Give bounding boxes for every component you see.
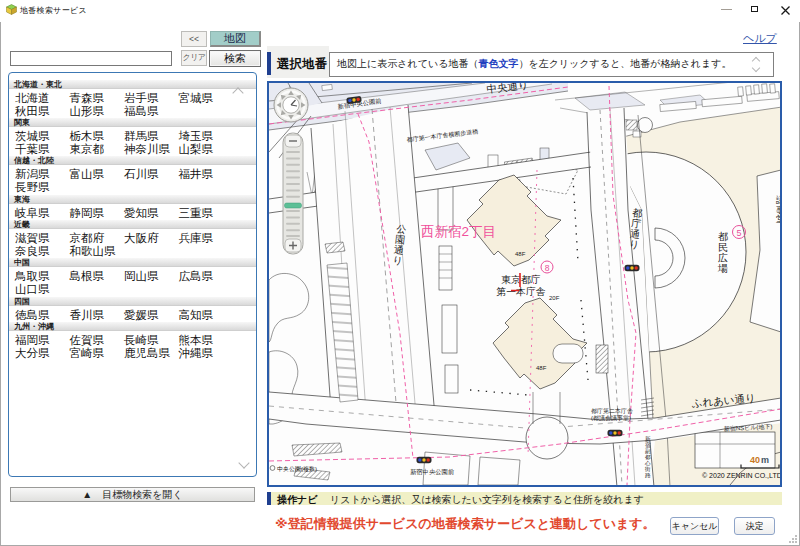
- region-header: 四国: [9, 297, 256, 306]
- park-note-label: 中央公園(複数): [277, 466, 317, 473]
- prefecture-item[interactable]: 富山県: [70, 168, 125, 181]
- region-header: 信越・北陸: [9, 156, 256, 165]
- prefecture-item[interactable]: 石川県: [124, 168, 179, 181]
- prefecture-item[interactable]: 鳥取県: [15, 270, 70, 283]
- help-link[interactable]: ヘルプ: [743, 31, 777, 46]
- prefecture-item[interactable]: 沖縄県: [179, 347, 234, 360]
- title-bar[interactable]: 地番検索サービス: [0, 0, 800, 22]
- search-button[interactable]: 検索: [209, 50, 261, 67]
- place-label-tomin-plaza: 都民広場: [717, 231, 728, 274]
- prefecture-item[interactable]: 愛媛県: [124, 309, 179, 322]
- prefecture-item[interactable]: 福岡県: [15, 334, 70, 347]
- prefecture-item[interactable]: 三重県: [179, 207, 234, 220]
- prefecture-row: 大分県宮崎県鹿児島県沖縄県: [9, 347, 256, 360]
- map-pan-control[interactable]: [274, 88, 308, 122]
- prefecture-item[interactable]: 滋賀県: [15, 232, 70, 245]
- map-zoom-slider[interactable]: [283, 133, 303, 254]
- prefecture-item[interactable]: 新潟県: [15, 168, 70, 181]
- prefecture-item[interactable]: 大分県: [15, 347, 70, 360]
- prefecture-item[interactable]: 宮城県: [179, 92, 234, 105]
- operation-nav-bar: 操作ナビ リストから選択、又は検索したい文字列を検索すると住所を絞れます: [267, 492, 782, 505]
- prefecture-item[interactable]: 千葉県: [15, 143, 70, 156]
- prefecture-item[interactable]: 大阪府: [124, 232, 179, 245]
- prefecture-item[interactable]: 熊本県: [179, 334, 234, 347]
- prefecture-item[interactable]: 長崎県: [124, 334, 179, 347]
- prefecture-row: 鳥取県島根県岡山県広島県: [9, 270, 256, 283]
- district-label-nishishinjuku: 西新宿2丁目: [421, 224, 496, 239]
- prefecture-item[interactable]: 鹿児島県: [124, 347, 179, 360]
- region-header: 東海: [9, 195, 256, 204]
- instruction-scroll-down-icon[interactable]: [752, 64, 760, 72]
- prefecture-item[interactable]: 宮崎県: [70, 347, 125, 360]
- prefecture-item[interactable]: 福島県: [124, 105, 179, 118]
- close-button[interactable]: [771, 0, 800, 20]
- prefecture-item[interactable]: 群馬県: [124, 130, 179, 143]
- building-label-tocho-line2: 第一本庁舎: [497, 286, 546, 297]
- floors-label-north-tower: 48F: [515, 251, 526, 257]
- prefecture-row: 茨城県栃木県群馬県埼玉県: [9, 130, 256, 143]
- prefecture-item[interactable]: 山形県: [70, 105, 125, 118]
- prefecture-item[interactable]: 香川県: [70, 309, 125, 322]
- map-viewport[interactable]: 中央通り 公園通り 都庁通り 都民広場 議事堂 ふれあい通り 新宿副都心街路 西…: [267, 81, 782, 487]
- prefecture-item[interactable]: 秋田県: [15, 105, 70, 118]
- prefecture-item[interactable]: 茨城県: [15, 130, 70, 143]
- prefecture-item[interactable]: 神奈川県: [124, 143, 179, 156]
- close-icon: [781, 6, 790, 15]
- map-canvas[interactable]: 中央通り 公園通り 都庁通り 都民広場 議事堂 ふれあい通り 新宿副都心街路 西…: [269, 83, 780, 485]
- prefecture-item[interactable]: 山口県: [15, 283, 70, 296]
- prefecture-row: 岐阜県静岡県愛知県三重県: [9, 207, 256, 220]
- svg-text:m: m: [761, 455, 769, 465]
- prefecture-item[interactable]: 高知県: [179, 309, 234, 322]
- zoom-level-indicator[interactable]: [285, 203, 302, 208]
- map-badge-8: 8: [541, 261, 553, 273]
- prefecture-item[interactable]: 福井県: [179, 168, 234, 181]
- prefecture-item[interactable]: 青森県: [70, 92, 125, 105]
- prefecture-item[interactable]: 埼玉県: [179, 130, 234, 143]
- prefecture-item[interactable]: 奈良県: [15, 245, 70, 258]
- prefecture-item[interactable]: 広島県: [179, 270, 234, 283]
- floors-label-south-tower: 48F: [536, 365, 547, 371]
- scroll-down-icon[interactable]: [238, 457, 249, 468]
- maximize-button[interactable]: [741, 0, 771, 20]
- prefecture-item[interactable]: 静岡県: [70, 207, 125, 220]
- linkage-notice: ※登記情報提供サービスの地番検索サービスと連動しています。: [275, 515, 656, 533]
- clear-button[interactable]: クリア: [181, 50, 207, 66]
- prefecture-row: 徳島県香川県愛媛県高知県: [9, 309, 256, 322]
- prefecture-item[interactable]: 岩手県: [124, 92, 179, 105]
- prefecture-item[interactable]: 北海道: [15, 92, 70, 105]
- prefecture-item[interactable]: 栃木県: [70, 130, 125, 143]
- nav-label: 操作ナビ: [277, 493, 317, 507]
- resize-grip[interactable]: [788, 534, 798, 544]
- landmark-search-button[interactable]: ▲ 目標物検索を開く: [10, 487, 255, 502]
- prefecture-row: 奈良県和歌山県: [9, 245, 256, 258]
- nav-accent-bar: [267, 492, 271, 505]
- prefecture-item[interactable]: 京都府: [70, 232, 125, 245]
- search-input[interactable]: [10, 51, 172, 66]
- prefecture-item[interactable]: 山梨県: [179, 143, 234, 156]
- prefecture-item[interactable]: 岐阜県: [15, 207, 70, 220]
- prefecture-item[interactable]: 和歌山県: [70, 245, 125, 258]
- map-view-button[interactable]: 地図: [210, 31, 261, 47]
- prefecture-item[interactable]: 徳島県: [15, 309, 70, 322]
- prefecture-row: 山口県: [9, 283, 256, 296]
- prefecture-item[interactable]: 兵庫県: [179, 232, 234, 245]
- prefecture-item[interactable]: 島根県: [70, 270, 125, 283]
- svg-text:5: 5: [736, 228, 741, 238]
- prefecture-item[interactable]: 長野県: [15, 181, 70, 194]
- collapse-button[interactable]: <<: [181, 31, 207, 47]
- zoom-out-button[interactable]: [285, 135, 301, 147]
- prefecture-item[interactable]: 佐賀県: [70, 334, 125, 347]
- signal-label-tocho2-line2: (都議会議事堂): [591, 414, 631, 422]
- zoom-in-button[interactable]: [285, 239, 301, 252]
- prefecture-item[interactable]: 岡山県: [124, 270, 179, 283]
- region-header: 近畿: [9, 220, 256, 229]
- minimize-button[interactable]: [711, 0, 741, 20]
- cancel-button[interactable]: キャンセル: [670, 517, 719, 535]
- prefecture-item[interactable]: 東京都: [70, 143, 125, 156]
- instruction-text: 地図上に表示されている地番（青色文字）を左クリックすると、地番が格納されます。: [337, 57, 731, 71]
- selected-parcel-accent-bar: [267, 52, 271, 75]
- ok-button[interactable]: 決定: [734, 517, 775, 535]
- prefecture-item[interactable]: 愛知県: [124, 207, 179, 220]
- prefecture-row: 千葉県東京都神奈川県山梨県: [9, 143, 256, 156]
- signal-label-koen-mae-south: 新宿中央公園前: [410, 468, 455, 476]
